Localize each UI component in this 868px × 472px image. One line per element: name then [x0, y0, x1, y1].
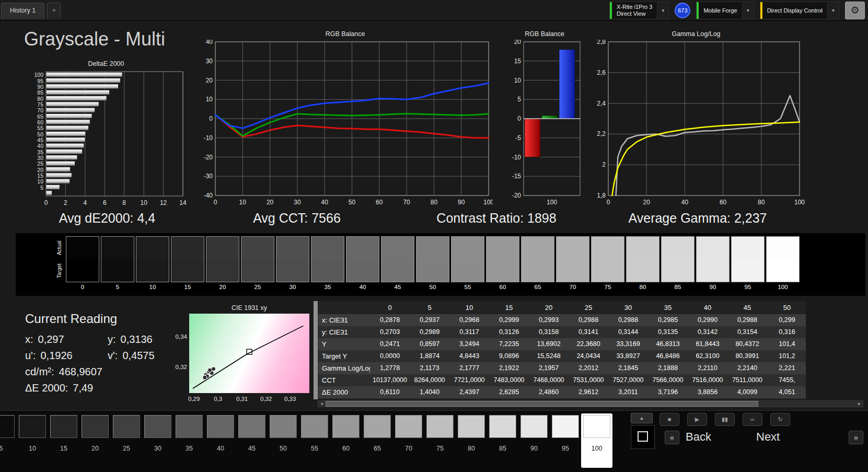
table-cell: 0,2988 [608, 314, 648, 326]
table-corner-cell [318, 301, 370, 314]
level-button-25[interactable]: 25 [111, 413, 142, 468]
table-row-label: x: CIE31 [318, 314, 370, 326]
level-button-70[interactable]: 70 [393, 413, 424, 468]
reading-uv: u':0,1926 v':0,4575 [25, 348, 182, 364]
level-button-60[interactable]: 60 [330, 413, 362, 468]
chevron-down-icon[interactable]: ▼ [742, 2, 754, 19]
level-button-30[interactable]: 30 [142, 413, 173, 468]
level-button-label: 50 [268, 445, 299, 452]
level-button-40[interactable]: 40 [205, 413, 236, 468]
meter-device-selector[interactable]: X-Rite i1Pro 3 Direct View ▼ [609, 2, 669, 19]
level-button-label: 75 [424, 445, 456, 452]
deltae2000-chart-panel: DeltaE 2000 0246810121410095908580757065… [25, 60, 187, 210]
grayscale-swatch-30: 30 [276, 236, 309, 296]
table-cell: 2,1957 [529, 362, 569, 374]
level-button-90[interactable]: 90 [518, 413, 550, 468]
rgb-balance-bar-chart: 20151050-5-10-15-20100 [506, 40, 583, 210]
swatch-level-label: 0 [66, 284, 99, 290]
svg-text:-10: -10 [204, 134, 213, 142]
level-button-85[interactable]: 85 [487, 413, 518, 468]
svg-text:0,29: 0,29 [188, 396, 200, 402]
level-button-10[interactable]: 10 [17, 413, 48, 468]
actual-swatch-half [136, 237, 169, 259]
swatch-level-label: 25 [241, 284, 274, 290]
level-button-20[interactable]: 20 [79, 413, 111, 468]
display-control-selector[interactable]: Direct Display Control ▼ [760, 2, 839, 19]
svg-text:8: 8 [122, 199, 126, 206]
next-button[interactable]: Next [756, 430, 780, 444]
svg-text:75: 75 [37, 101, 43, 108]
level-button-95[interactable]: 95 [550, 413, 581, 468]
swatch-level-label: 90 [696, 284, 730, 290]
tab-history-1[interactable]: History 1 [1, 3, 44, 19]
level-button-label: 60 [330, 445, 362, 452]
svg-text:2,8: 2,8 [597, 40, 606, 45]
back-button[interactable]: Back [686, 430, 711, 444]
level-button-50[interactable]: 50 [268, 413, 299, 468]
table-horizontal-scrollbar[interactable]: ◄ ► [318, 400, 863, 407]
svg-text:35: 35 [37, 149, 43, 155]
svg-text:100: 100 [483, 199, 493, 206]
table-column-header: 50 [767, 301, 806, 314]
scroll-left-icon[interactable]: ◄ [318, 401, 325, 407]
swatch-level-label: 70 [556, 284, 589, 290]
loop-button[interactable]: ∞ [743, 413, 762, 426]
pattern-up-button[interactable]: ▲ [631, 413, 653, 423]
add-tab-button[interactable]: + [47, 3, 61, 19]
svg-text:60: 60 [720, 199, 727, 206]
actual-swatch-half [276, 237, 309, 259]
grayscale-swatch-50: 50 [416, 236, 449, 296]
swatch-level-label: 40 [346, 284, 379, 290]
chevron-down-icon[interactable]: ▼ [827, 2, 839, 19]
level-button-75[interactable]: 75 [424, 413, 456, 468]
swatch-level-label: 30 [276, 284, 309, 290]
scroll-right-icon[interactable]: ► [856, 401, 863, 407]
level-button-45[interactable]: 45 [236, 413, 268, 468]
target-swatch-half [346, 259, 379, 282]
target-swatch-half [311, 259, 344, 282]
top-bar: History 1 + X-Rite i1Pro 3 Direct View ▼… [0, 0, 868, 21]
play-button[interactable]: ▶ [687, 413, 707, 426]
svg-text:50: 50 [349, 199, 356, 206]
target-label: Target [52, 259, 66, 282]
pause-button[interactable]: ▮▮ [715, 413, 735, 426]
back-chevron-button[interactable]: « [665, 431, 679, 444]
svg-text:70: 70 [403, 199, 410, 206]
level-button-15[interactable]: 15 [48, 413, 79, 468]
table-cell: 0,3126 [489, 326, 529, 338]
chevron-down-icon[interactable]: ▼ [657, 2, 668, 19]
refresh-button[interactable]: ↻ [770, 413, 790, 426]
level-button-100[interactable]: 100 [581, 413, 612, 468]
grayscale-swatch-45: 45 [381, 236, 414, 296]
swatch-level-label: 65 [521, 284, 554, 290]
level-button-80[interactable]: 80 [456, 413, 487, 468]
swatch-level-label: 35 [311, 284, 344, 290]
level-swatch [207, 415, 234, 438]
level-swatch [144, 415, 171, 438]
level-swatch [238, 415, 265, 438]
svg-text:-30: -30 [204, 172, 213, 180]
svg-text:90: 90 [37, 84, 43, 90]
next-chevron-button[interactable]: » [849, 431, 863, 444]
table-cell: 2,2012 [569, 362, 608, 374]
stop-button[interactable]: ■ [659, 413, 679, 426]
target-swatch-half [767, 259, 799, 282]
level-button-55[interactable]: 55 [299, 413, 330, 468]
table-cell: 0,2993 [529, 314, 569, 326]
table-cell: 7511,0000 [727, 374, 767, 386]
scrollbar-thumb[interactable] [326, 401, 758, 407]
svg-text:40: 40 [37, 143, 43, 149]
pattern-window-button[interactable] [631, 425, 655, 449]
actual-swatch-half [416, 237, 449, 259]
svg-text:20: 20 [643, 199, 651, 206]
source-device-selector[interactable]: Mobile Forge ▼ [696, 2, 754, 19]
table-cell: 80,3991 [727, 350, 767, 362]
level-button-65[interactable]: 65 [362, 413, 393, 468]
table-cell: 2,6285 [489, 386, 529, 398]
meter-count-badge: 673 [675, 3, 690, 18]
level-button-35[interactable]: 35 [173, 413, 205, 468]
table-column-header: 20 [529, 301, 569, 314]
level-button-5[interactable]: 5 [0, 413, 17, 468]
infinity-icon: ∞ [750, 416, 755, 422]
settings-gear-button[interactable]: ⚙ [845, 2, 865, 19]
